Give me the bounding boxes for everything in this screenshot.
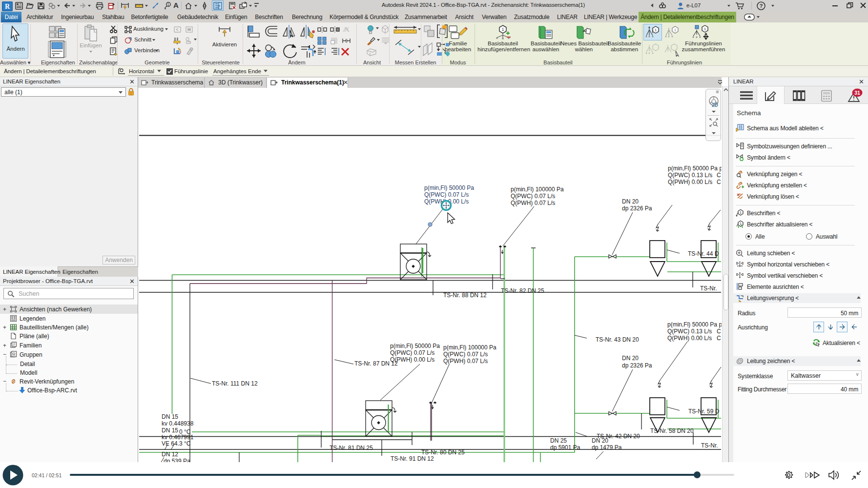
svg-text:Q(PWC) 0.13 L/s: Q(PWC) 0.13 L/s	[668, 172, 712, 179]
svg-text:1: 1	[501, 27, 504, 32]
svg-text:TS-Nr. 81 DN 25: TS-Nr. 81 DN 25	[330, 445, 373, 451]
svg-text:?: ?	[760, 3, 763, 9]
svg-text:p(min,Fl) 100000 Pa: p(min,Fl) 100000 Pa	[443, 344, 496, 351]
svg-text:Q(PWH) 0.00 L/s: Q(PWH) 0.00 L/s	[667, 335, 712, 342]
svg-text:Q(PWH) 0.00 L/s: Q(PWH) 0.00 L/s	[668, 179, 712, 185]
svg-text:DN 25: DN 25	[550, 437, 567, 444]
svg-text:DN 15: DN 15	[162, 413, 178, 420]
svg-text:DN 20: DN 20	[592, 437, 608, 444]
svg-text:TS-Nr. 44 D: TS-Nr. 44 D	[688, 250, 719, 257]
svg-text:TS-Nr. 43 DN 20: TS-Nr. 43 DN 20	[596, 336, 639, 343]
svg-text:R: R	[5, 3, 10, 10]
svg-text:DN 20: DN 20	[622, 355, 639, 362]
svg-text:dp 539 Pa: dp 539 Pa	[164, 458, 190, 462]
svg-text:p(min,Fl) 50000 Pa p: p(min,Fl) 50000 Pa p	[667, 321, 722, 328]
svg-text:p(min,Fl) 100000 Pa: p(min,Fl) 100000 Pa	[511, 186, 564, 193]
svg-text:dp 1479 Pa: dp 1479 Pa	[592, 444, 622, 451]
svg-text:VE 64.3 °C: VE 64.3 °C	[162, 440, 191, 447]
svg-text:Q(PWC) 0.13 L/s: Q(PWC) 0.13 L/s	[667, 328, 712, 335]
svg-text:C: C	[717, 172, 721, 179]
svg-text:dp 5901 Pa: dp 5901 Pa	[550, 444, 580, 451]
svg-text:kv 0.467991: kv 0.467991	[162, 434, 194, 441]
svg-text:TS-Nr. 82 DN 25: TS-Nr. 82 DN 25	[501, 287, 544, 294]
svg-text:Q(PWH) 0.07 L/s: Q(PWH) 0.07 L/s	[511, 200, 555, 206]
svg-text:TS-Nr. 88 DN 12: TS-Nr. 88 DN 12	[443, 292, 487, 299]
svg-text:TS-Nr. 58 DN 20: TS-Nr. 58 DN 20	[650, 427, 694, 434]
svg-text:TS-Nr. 80 DN 25: TS-Nr. 80 DN 25	[421, 449, 465, 456]
svg-text:kv 0.448938: kv 0.448938	[162, 420, 194, 427]
svg-text:1: 1	[704, 27, 706, 31]
svg-text:TS-Nr. 59 D: TS-Nr. 59 D	[688, 408, 720, 415]
svg-text:Q(PWC) 0.07 L/s: Q(PWC) 0.07 L/s	[511, 193, 555, 200]
svg-text:C: C	[717, 328, 721, 335]
svg-text:DN 12: DN 12	[162, 451, 178, 458]
svg-text:p(min,Fl) 50000 Pa: p(min,Fl) 50000 Pa	[390, 343, 440, 349]
svg-text:p(min,Fl) 50000 Pa: p(min,Fl) 50000 Pa	[424, 184, 474, 191]
svg-text:C: C	[717, 335, 721, 342]
svg-text:p(min,Fl) 50000 Pa p: p(min,Fl) 50000 Pa p	[668, 165, 722, 172]
svg-text:Q(PWH) 0.07 L/s: Q(PWH) 0.07 L/s	[443, 358, 488, 365]
svg-text:dp 2326 Pa: dp 2326 Pa	[622, 205, 652, 212]
svg-text:TS-Nr. 111 DN 12: TS-Nr. 111 DN 12	[212, 380, 258, 387]
svg-text:1: 1	[674, 28, 677, 32]
svg-text:1: 1	[740, 210, 742, 215]
svg-text:DN 15: DN 15	[162, 427, 178, 434]
svg-text:Q(PWC) 0.07 L/s: Q(PWC) 0.07 L/s	[424, 191, 469, 198]
svg-text:Q(PWC) 0.07 L/s: Q(PWC) 0.07 L/s	[390, 349, 434, 356]
svg-text:C: C	[717, 179, 721, 185]
svg-text:1: 1	[167, 3, 169, 6]
svg-text:TS-Nr. 91 DN 12: TS-Nr. 91 DN 12	[391, 455, 434, 462]
svg-text:DN 20: DN 20	[622, 198, 639, 205]
svg-text:dp 2326 Pa: dp 2326 Pa	[622, 362, 652, 369]
svg-text:1: 1	[655, 28, 657, 32]
svg-text:31: 31	[854, 90, 860, 96]
svg-text:TS-Nr.: TS-Nr.	[700, 285, 717, 292]
svg-text:TS-Nr.: TS-Nr.	[701, 442, 718, 449]
svg-text:Q(PWC) 0.07 L/s: Q(PWC) 0.07 L/s	[443, 351, 488, 358]
svg-text:TS-Nr. 87 DN 12: TS-Nr. 87 DN 12	[354, 360, 398, 367]
